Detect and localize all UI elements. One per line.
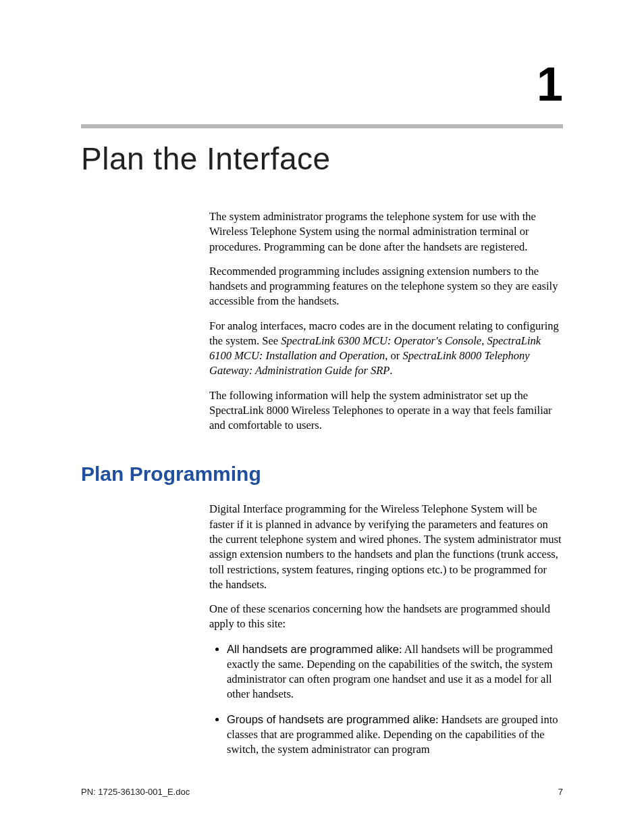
footer-page-number: 7 bbox=[558, 787, 563, 797]
text-run: or bbox=[387, 349, 402, 362]
bullet-lead: Groups of handsets are programmed alike bbox=[227, 713, 435, 725]
doc-ref-italic: SpectraLink 6300 MCU: Operator's Console bbox=[281, 334, 481, 347]
divider-rule bbox=[81, 124, 563, 128]
list-item: All handsets are programmed alike: All h… bbox=[227, 642, 563, 702]
list-item: Groups of handsets are programmed alike:… bbox=[227, 712, 563, 758]
bullet-list: All handsets are programmed alike: All h… bbox=[209, 642, 563, 758]
intro-paragraph-4: The following information will help the … bbox=[209, 388, 563, 434]
section-heading: Plan Programming bbox=[81, 463, 563, 486]
intro-paragraph-2: Recommended programming includes assigni… bbox=[209, 264, 563, 309]
section-paragraph-1: Digital Interface programming for the Wi… bbox=[209, 502, 563, 592]
footer-docid: PN: 1725-36130-001_E.doc bbox=[81, 787, 190, 797]
page-footer: PN: 1725-36130-001_E.doc 7 bbox=[81, 787, 563, 797]
bullet-lead: All handsets are programmed alike bbox=[227, 643, 399, 655]
intro-paragraph-3: For analog interfaces, macro codes are i… bbox=[209, 319, 563, 379]
intro-block: The system administrator programs the te… bbox=[209, 209, 563, 433]
text-run: . bbox=[390, 364, 392, 377]
page: 1 Plan the Interface The system administ… bbox=[0, 0, 644, 834]
section-paragraph-2: One of these scenarios concerning how th… bbox=[209, 602, 563, 632]
chapter-number: 1 bbox=[81, 61, 563, 108]
chapter-title: Plan the Interface bbox=[81, 140, 563, 177]
intro-paragraph-1: The system administrator programs the te… bbox=[209, 209, 563, 255]
section-block: Digital Interface programming for the Wi… bbox=[209, 502, 563, 757]
